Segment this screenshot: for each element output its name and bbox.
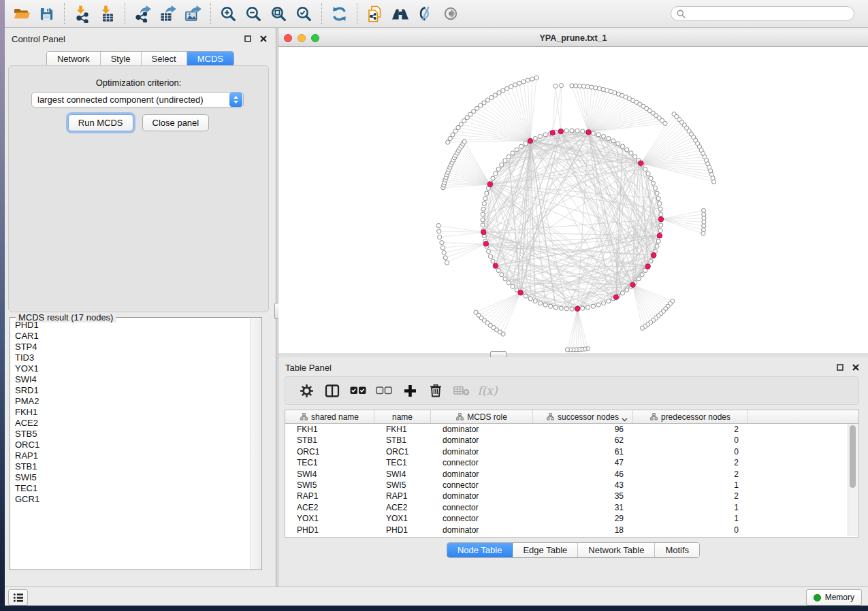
table-row-rap1[interactable]: RAP1RAP1dominator352 [285, 491, 858, 501]
graph-node[interactable] [519, 144, 523, 148]
tab-style[interactable]: Style [101, 52, 142, 66]
graph-node[interactable] [607, 299, 611, 303]
tab-select[interactable]: Select [142, 52, 187, 66]
tab-mcds[interactable]: MCDS [187, 52, 234, 66]
search-network-icon[interactable] [387, 3, 413, 24]
graph-node[interactable] [481, 207, 485, 211]
graph-node[interactable] [575, 129, 579, 133]
float-panel-icon[interactable] [242, 33, 253, 44]
graph-hub-node[interactable] [586, 130, 591, 135]
delete-columns-icon[interactable] [423, 379, 449, 402]
table-row-swi5[interactable]: SWI5SWI5connector431 [285, 480, 858, 491]
graph-node[interactable] [653, 186, 657, 190]
graph-node[interactable] [658, 207, 662, 211]
graph-node[interactable] [564, 129, 568, 133]
graph-node[interactable] [581, 129, 585, 133]
graph-node[interactable] [565, 348, 569, 352]
graph-hub-node[interactable] [645, 264, 650, 269]
graph-node[interactable] [489, 95, 494, 99]
graph-node[interactable] [486, 249, 490, 253]
mcds-result-item[interactable]: PMA2 [11, 396, 251, 407]
node-table-scrollbar[interactable] [848, 424, 858, 536]
graph-node[interactable] [440, 241, 444, 245]
graph-node[interactable] [485, 98, 489, 102]
graph-node[interactable] [581, 84, 585, 88]
graph-node[interactable] [474, 310, 478, 314]
graph-hub-node[interactable] [630, 282, 635, 287]
graph-node[interactable] [629, 151, 633, 155]
tab-edge-table[interactable]: Edge Table [513, 543, 578, 557]
table-row-phd1[interactable]: PHD1PHD1dominator180 [285, 525, 858, 535]
graph-node[interactable] [659, 223, 663, 227]
scrollbar-thumb[interactable] [850, 425, 856, 488]
graph-node[interactable] [633, 154, 637, 159]
graph-node[interactable] [534, 76, 539, 80]
graph-node[interactable] [640, 326, 644, 330]
mcds-result-item[interactable]: ACE2 [11, 418, 251, 429]
graph-node[interactable] [507, 281, 511, 285]
show-columns-icon[interactable] [319, 379, 345, 402]
graph-node[interactable] [574, 84, 578, 88]
tab-network[interactable]: Network [47, 52, 101, 66]
graph-node[interactable] [658, 229, 662, 233]
mcds-result-item[interactable]: ORC1 [11, 440, 251, 450]
column-header-mcds-role[interactable]: MCDS role [431, 410, 533, 423]
graph-node[interactable] [483, 197, 487, 201]
zoom-out-icon[interactable] [241, 3, 266, 24]
graph-node[interactable] [446, 140, 450, 144]
graph-node[interactable] [481, 218, 485, 222]
table-row-swi4[interactable]: SWI4SWI4dominator462 [285, 469, 858, 480]
graph-node[interactable] [553, 306, 558, 310]
graph-node[interactable] [443, 256, 447, 260]
graph-hub-node[interactable] [639, 161, 643, 165]
graph-node[interactable] [701, 231, 705, 235]
graph-node[interactable] [663, 121, 667, 125]
zoom-fit-icon[interactable] [266, 3, 291, 24]
graph-node[interactable] [581, 306, 585, 310]
graph-node[interactable] [616, 142, 620, 146]
graph-node[interactable] [596, 303, 600, 307]
graph-node[interactable] [607, 136, 611, 140]
graph-node[interactable] [543, 133, 547, 137]
graph-node[interactable] [601, 301, 605, 305]
graph-node[interactable] [597, 86, 601, 90]
graph-node[interactable] [549, 304, 553, 308]
show-hide-annotations-icon[interactable] [438, 3, 463, 24]
graph-hub-node[interactable] [575, 306, 580, 311]
mcds-result-item[interactable]: FKH1 [11, 407, 251, 418]
mcds-result-item[interactable]: PHD1 [11, 320, 251, 331]
graph-node[interactable] [625, 148, 629, 152]
graph-node[interactable] [659, 212, 663, 216]
import-network-icon[interactable] [69, 3, 95, 24]
refresh-view-icon[interactable] [327, 3, 352, 24]
mcds-result-item[interactable]: SWI5 [11, 472, 251, 483]
graph-node[interactable] [543, 303, 547, 307]
graph-node[interactable] [559, 306, 563, 310]
graph-hub-node[interactable] [487, 182, 492, 186]
graph-node[interactable] [482, 201, 486, 205]
table-row-fkh1[interactable]: FKH1FKH1dominator962 [285, 424, 858, 435]
graph-hub-node[interactable] [558, 129, 563, 133]
graph-node[interactable] [491, 259, 495, 263]
graph-node[interactable] [448, 136, 452, 140]
graph-node[interactable] [445, 261, 449, 265]
graph-node[interactable] [440, 246, 445, 250]
table-row-yox1[interactable]: YOX1YOX1connector291 [285, 513, 858, 524]
column-header-shared-name[interactable]: shared name [285, 410, 374, 423]
graph-node[interactable] [651, 181, 655, 185]
graph-node[interactable] [658, 201, 662, 205]
graph-node[interactable] [570, 307, 574, 311]
graph-hub-node[interactable] [658, 216, 663, 221]
mcds-result-item[interactable]: RAP1 [11, 450, 251, 461]
graph-node[interactable] [496, 167, 500, 171]
graph-node[interactable] [488, 254, 492, 259]
graph-node[interactable] [640, 273, 644, 277]
add-column-icon[interactable] [397, 379, 423, 402]
graph-node[interactable] [564, 307, 568, 311]
graph-node[interactable] [591, 304, 595, 308]
graph-node[interactable] [507, 154, 511, 159]
mcds-result-item[interactable]: SRD1 [11, 385, 251, 396]
save-session-icon[interactable] [34, 3, 59, 24]
column-header-predecessor-nodes[interactable]: predecessor nodes [633, 410, 748, 423]
graph-hub-node[interactable] [518, 290, 523, 295]
